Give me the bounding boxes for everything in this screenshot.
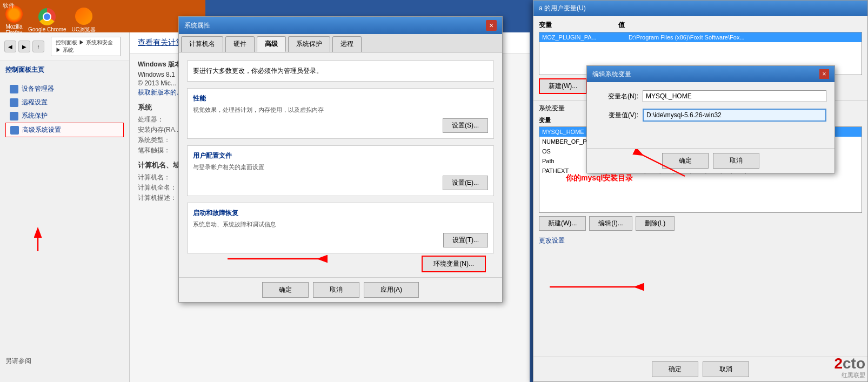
up-button[interactable]: ↑ [32,41,44,52]
advanced-system-icon [10,126,19,135]
edit-var-ok-button[interactable]: 确定 [662,153,709,169]
full-name-label: 计算机全名： [138,183,177,192]
dialog-tabs: 计算机名 硬件 高级 系统保护 远程 [179,34,502,52]
sidebar-item-protection[interactable]: 系统保护 [5,109,124,123]
new-btn-arrow [544,276,652,298]
see-also-label: 另请参阅 [5,357,31,366]
remote-label: 远程设置 [22,98,48,107]
var-val-input[interactable] [643,109,826,122]
processor-label: 处理器： [138,115,164,124]
protection-icon [10,112,18,120]
sidebar-item-remote[interactable]: 远程设置 [5,96,124,109]
cp-main-link-text: 控制面板主页 [5,66,44,73]
startup-section: 启动和故障恢复 系统启动、系统故障和调试信息 设置(T)... [187,203,494,253]
dialog-footer: 确定 取消 应用(A) [179,277,502,302]
perf-section: 性能 视觉效果，处理器计划，内存使用，以及虚拟内存 设置(S)... [187,88,494,139]
env-vars-cancel-button[interactable]: 取消 [703,361,749,377]
var-name-row: 变量名(N): [595,90,826,102]
google-chrome-label: Google Chrome [28,26,66,32]
sys-props-dialog: 系统属性 × 计算机名 硬件 高级 系统保护 远程 要进行大多数更改，你必须作为… [178,16,503,303]
var-name-input[interactable] [643,90,826,102]
taskbar-top: 软件 MozillaFirefox Google Chrome UC浏览器 [0,0,205,32]
sys-vars-section-text: 系统变量 [539,104,565,112]
device-manager-label: 设备管理器 [22,84,54,93]
edit-var-cancel-button[interactable]: 取消 [713,153,759,169]
tab-remote[interactable]: 远程 [332,36,362,52]
env-vars-ok-button[interactable]: 确定 [652,361,698,377]
tab-hardware[interactable]: 硬件 [225,36,255,52]
user-profiles-title: 用户配置文件 [193,151,488,160]
watermark: 2cto 红黑联盟 [834,356,865,379]
dialog-body: 要进行大多数更改，你必须作为管理员登录。 性能 视觉效果，处理器计划，内存使用，… [179,52,502,289]
user-profiles-desc: 与登录帐户相关的桌面设置 [193,163,488,171]
remote-icon [10,98,18,107]
startup-title: 启动和故障恢复 [193,209,488,218]
var-name-label: 变量名(N): [595,92,638,101]
desktop: 软件 MozillaFirefox Google Chrome UC浏览器 ◀ … [0,0,868,382]
tab-advanced[interactable]: 高级 [257,36,286,52]
sys-props-ok-button[interactable]: 确定 [262,282,309,298]
perf-title: 性能 [193,94,488,103]
var-val-label: 变量值(V): [595,111,638,120]
advanced-system-label: 高级系统设置 [22,125,61,135]
env-vars-footer: 确定 取消 [533,357,867,381]
user-profiles-settings-button[interactable]: 设置(E)... [443,176,488,190]
edit-var-body: 变量名(N): 变量值(V): [587,82,834,136]
sys-var-edit-button[interactable]: 编辑(I)... [589,216,632,231]
admin-info-text: 要进行大多数更改，你必须作为管理员登录。 [193,67,323,75]
admin-info-banner: 要进行大多数更改，你必须作为管理员登录。 [187,61,494,82]
user-var-new-button[interactable]: 新建(W)... [539,78,587,94]
startup-desc: 系统启动、系统故障和调试信息 [193,220,488,229]
back-button[interactable]: ◀ [4,41,16,52]
sys-props-titlebar: 系统属性 × [179,17,502,34]
software-label: 软件 [3,2,15,10]
user-var-name-0: MOZ_PLUGIN_PA... [542,34,629,41]
perf-settings-button[interactable]: 设置(S)... [443,118,488,133]
computer-name-label: 计算机名： [138,173,170,182]
google-chrome-icon[interactable]: Google Chrome [28,8,66,32]
sys-var-new-button[interactable]: 新建(W)... [539,216,586,231]
forward-button[interactable]: ▶ [18,41,30,52]
perf-desc: 视觉效果，处理器计划，内存使用，以及虚拟内存 [193,106,488,114]
more-settings-link[interactable]: 更改设置 [533,234,867,247]
edit-var-titlebar: 编辑系统变量 × [587,66,834,82]
watermark-main: 2cto [834,356,865,371]
system-type-label: 系统类型： [138,136,170,145]
env-vars-title-text: a 的用户变量(U) [539,4,586,13]
user-var-val-0: D:\Program Files (x86)\Foxit Software\Fo… [629,34,859,41]
env-vars-button[interactable]: 环境变量(N)... [422,256,486,272]
device-manager-icon [10,85,18,93]
pen-touch-label: 笔和触摸： [138,146,170,155]
sys-var-delete-button[interactable]: 删除(L) [636,216,675,231]
sidebar-arrow-annotation [16,227,59,254]
env-vars-dialog: a 的用户变量(U) 变量 值 MOZ_PLUGIN_PA... D:\Prog… [533,0,868,382]
watermark-sub: 红黑联盟 [842,371,865,379]
sys-props-apply-button[interactable]: 应用(A) [364,282,419,298]
user-vars-header: 变量 值 [533,16,867,32]
uc-browser-icon[interactable]: UC浏览器 [72,8,96,33]
control-panel-sidebar: ◀ ▶ ↑ 控制面板 ▶ 系统和安全 ▶ 系统 控制面板主页 设备管理器 远程设… [0,32,130,382]
tab-protection[interactable]: 系统保护 [288,36,330,52]
cp-main-link[interactable]: 控制面板主页 [0,61,129,79]
edit-var-title-text: 编辑系统变量 [592,70,631,79]
edit-var-close-button[interactable]: × [819,69,829,79]
startup-settings-button[interactable]: 设置(T)... [443,233,488,247]
sidebar-item-device-manager[interactable]: 设备管理器 [5,82,124,96]
sys-props-close-button[interactable]: × [486,20,497,31]
breadcrumb: 控制面板 ▶ 系统和安全 ▶ 系统 [51,37,121,56]
tab-computer-name[interactable]: 计算机名 [181,36,223,52]
sys-vars-buttons: 新建(W)... 编辑(I)... 删除(L) [533,213,867,234]
sidebar-item-advanced-system[interactable]: 高级系统设置 [5,123,124,137]
env-vars-titlebar: a 的用户变量(U) [533,1,867,16]
user-var-row-0[interactable]: MOZ_PLUGIN_PA... D:\Program Files (x86)\… [539,32,862,42]
nav-bar: ◀ ▶ ↑ 控制面板 ▶ 系统和安全 ▶ 系统 [0,32,129,61]
sys-props-cancel-button[interactable]: 取消 [313,282,359,298]
sidebar-section: 设备管理器 远程设置 系统保护 高级系统设置 [0,79,129,140]
user-profiles-section: 用户配置文件 与登录帐户相关的桌面设置 设置(E)... [187,145,494,196]
memory-label: 安装内存(RA... [138,125,181,135]
user-vars-col-val: 值 [618,21,625,29]
protection-label: 系统保护 [22,111,48,120]
var-val-row: 变量值(V): [595,109,826,122]
edit-var-dialog: 编辑系统变量 × 变量名(N): 变量值(V): 确定 取消 [586,65,835,173]
description-label: 计算机描述： [138,193,177,203]
